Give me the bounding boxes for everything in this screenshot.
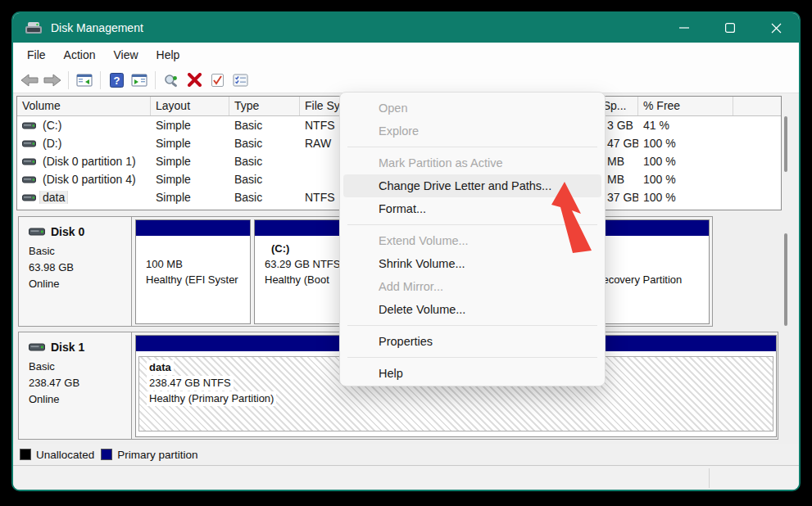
disk-status: Online (29, 391, 131, 408)
column-header-layout[interactable]: Layout (151, 97, 229, 115)
menu-item-extend-volume: Extend Volume... (343, 229, 601, 252)
menu-item-delete-volume[interactable]: Delete Volume... (343, 298, 601, 321)
close-button[interactable] (753, 13, 799, 43)
column-header-volume[interactable]: Volume (17, 97, 151, 115)
column-header-pct-free[interactable]: % Free (638, 97, 733, 115)
disk-size: 63.98 GB (29, 260, 131, 276)
disk-name: Disk 1 (51, 341, 84, 354)
menu-separator (347, 357, 597, 358)
partition-color-bar (136, 220, 250, 238)
menu-item-open: Open (343, 97, 601, 120)
toolbar-separator (68, 71, 69, 89)
menu-separator (347, 325, 597, 326)
disk-size: 238.47 GB (29, 375, 131, 391)
column-header-filler (733, 97, 781, 115)
maximize-button[interactable] (707, 13, 753, 43)
primary-partition-swatch (101, 449, 112, 460)
menu-help[interactable]: Help (147, 45, 189, 65)
screenshot-canvas: Disk Management File Action View Help (0, 0, 812, 506)
disk-drive-icon (25, 21, 43, 34)
check-document-icon[interactable] (206, 70, 229, 91)
disk0-label-panel[interactable]: Disk 0 Basic 63.98 GB Online (19, 217, 132, 326)
window-title: Disk Management (51, 21, 143, 34)
menu-item-explore: Explore (343, 120, 601, 142)
volume-icon (22, 193, 36, 202)
menu-bar: File Action View Help (13, 43, 799, 67)
rescan-disks-icon[interactable] (160, 70, 183, 91)
show-console-tree-icon[interactable] (73, 70, 96, 91)
disk-name: Disk 0 (51, 225, 84, 238)
graphical-pane-scrollbar[interactable] (784, 215, 788, 441)
disk-management-window: Disk Management File Action View Help (11, 11, 801, 491)
back-arrow-icon[interactable] (18, 70, 41, 91)
menu-item-add-mirror: Add Mirror... (343, 275, 601, 298)
menu-item-properties[interactable]: Properties (343, 330, 601, 353)
legend-label-unallocated: Unallocated (36, 449, 94, 461)
scrollbar-thumb[interactable] (784, 116, 787, 172)
volume-icon (22, 157, 36, 166)
disk-kind: Basic (29, 243, 131, 260)
volume-icon (22, 139, 36, 148)
forward-arrow-icon[interactable] (41, 70, 64, 91)
partition-label: data (147, 360, 174, 375)
show-action-pane-icon[interactable] (128, 70, 151, 91)
menu-item-format[interactable]: Format... (343, 197, 601, 220)
menu-item-change-drive-letter[interactable]: Change Drive Letter and Paths... (343, 174, 601, 197)
partition-status: Healthy (EFI Syster (146, 272, 250, 287)
toolbar-separator (155, 71, 156, 89)
title-bar: Disk Management (13, 13, 799, 43)
volume-list-scrollbar[interactable] (784, 97, 788, 209)
disk-icon (29, 342, 45, 352)
toolbar: ? (13, 67, 799, 93)
scrollbar-thumb[interactable] (784, 233, 787, 326)
toolbar-separator (100, 71, 101, 89)
partition-size: 238.47 GB NTFS (147, 376, 234, 391)
menu-separator (347, 224, 597, 225)
partition-size: 100 MB (146, 256, 250, 272)
help-icon[interactable]: ? (105, 70, 128, 91)
volume-icon (22, 121, 36, 130)
disk1-label-panel[interactable]: Disk 1 Basic 238.47 GB Online (19, 332, 132, 439)
partition-efi[interactable]: 100 MB Healthy (EFI Syster (135, 219, 251, 324)
menu-separator (347, 147, 597, 147)
disk-kind: Basic (29, 359, 131, 375)
menu-item-shrink-volume[interactable]: Shrink Volume... (343, 252, 601, 275)
context-menu: Open Explore Mark Partition as Active Ch… (339, 92, 606, 386)
menu-file[interactable]: File (18, 45, 55, 65)
status-bar (13, 466, 799, 490)
legend-label-primary: Primary partition (117, 449, 197, 461)
status-bar-divider (709, 468, 710, 488)
partition-status: Healthy (Primary Partition) (147, 391, 276, 406)
unallocated-swatch (20, 449, 31, 460)
svg-text:?: ? (113, 74, 120, 86)
properties-list-icon[interactable] (229, 70, 252, 91)
disk-status: Online (29, 276, 131, 292)
menu-item-mark-partition-active: Mark Partition as Active (343, 151, 601, 174)
column-header-type[interactable]: Type (229, 97, 300, 115)
volume-icon (22, 175, 36, 184)
menu-view[interactable]: View (104, 45, 147, 65)
minimize-button[interactable] (661, 13, 707, 43)
delete-icon[interactable] (183, 70, 206, 91)
menu-action[interactable]: Action (55, 45, 105, 65)
disk-icon (29, 227, 45, 237)
legend-bar: Unallocated Primary partition (13, 444, 799, 466)
menu-item-help[interactable]: Help (343, 362, 601, 385)
